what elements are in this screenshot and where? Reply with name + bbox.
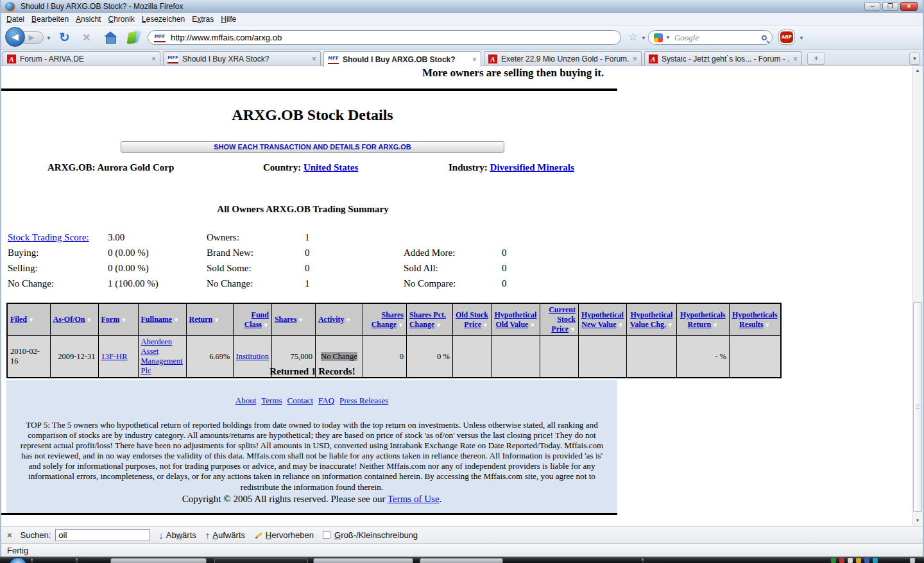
addon-icon[interactable]: [127, 30, 142, 46]
column-header-link[interactable]: Fullname: [141, 315, 173, 324]
menu-ansicht[interactable]: Ansicht: [74, 13, 107, 25]
column-header-form[interactable]: Form▼: [98, 303, 138, 336]
url-text[interactable]: http://www.mffais.com/arxg.ob: [171, 33, 282, 42]
minimize-button[interactable]: –: [864, 2, 880, 11]
footer-link-faq[interactable]: FAQ: [318, 396, 334, 405]
column-header-link[interactable]: Activity: [318, 315, 345, 324]
home-icon[interactable]: [104, 33, 117, 42]
column-header-hypothetical-old-value[interactable]: Hypothetical Old Value▼: [491, 303, 540, 336]
find-previous-icon[interactable]: ↑: [205, 530, 210, 541]
url-bar[interactable]: MFF http://www.mffais.com/arxg.ob: [148, 30, 621, 45]
cell-link[interactable]: 13F-HR: [101, 352, 128, 361]
tray-icon[interactable]: [910, 558, 915, 563]
search-engine-dropdown-icon[interactable]: ▼: [665, 35, 671, 40]
find-next-icon[interactable]: ↓: [158, 530, 164, 541]
column-header-link[interactable]: Hypotheticals Return: [680, 310, 726, 329]
menu-hilfe[interactable]: Hilfe: [219, 13, 242, 25]
country-link[interactable]: United States: [304, 162, 358, 172]
bookmark-dropdown-icon[interactable]: ▼: [641, 35, 646, 41]
footer-link-about[interactable]: About: [235, 396, 257, 405]
highlighter-icon[interactable]: [254, 530, 263, 539]
cell-link[interactable]: Institution: [236, 352, 269, 361]
start-orb[interactable]: [9, 557, 27, 563]
match-case-checkbox[interactable]: [323, 531, 330, 539]
tab-overflow-icon[interactable]: ▼: [909, 53, 920, 65]
tray-grip[interactable]: [642, 558, 644, 562]
scrollbar-thumb[interactable]: [913, 302, 922, 512]
tab-close-icon[interactable]: ×: [793, 55, 798, 63]
menu-lesezeichen[interactable]: Lesezeichen: [141, 13, 191, 25]
taskbar-button[interactable]: [110, 558, 207, 563]
abp-dropdown-icon[interactable]: ▼: [799, 35, 804, 41]
new-tab-button[interactable]: +: [807, 53, 825, 65]
scroll-down-icon[interactable]: ▼: [912, 516, 923, 526]
footer-link-terms[interactable]: Terms: [261, 396, 282, 405]
quicklaunch-grip[interactable]: [76, 558, 78, 562]
reload-icon[interactable]: ↻: [59, 30, 70, 44]
column-header-return[interactable]: Return▼: [186, 303, 233, 336]
column-header-link[interactable]: Return: [189, 315, 213, 324]
highlight-all-button[interactable]: Hervorheben: [266, 530, 314, 540]
taskbar-button[interactable]: [313, 558, 413, 563]
tray-icon[interactable]: [856, 558, 861, 563]
column-header-filed[interactable]: Filed▼: [7, 303, 50, 336]
back-icon[interactable]: ◀: [5, 27, 25, 47]
vertical-scrollbar[interactable]: ▲ ▼: [912, 66, 923, 526]
stop-icon[interactable]: ×: [83, 30, 90, 44]
tab-exeter-22-9-mio-unzen-gold-forum[interactable]: AExeter 22.9 Mio Unzen Gold - Forum...×: [484, 51, 642, 65]
tab-close-icon[interactable]: ×: [312, 55, 316, 63]
scroll-up-icon[interactable]: ▲: [912, 66, 923, 76]
match-case-label[interactable]: Groß-/Kleinschreibung: [334, 530, 418, 540]
taskbar-button[interactable]: [420, 558, 503, 563]
footer-link-contact[interactable]: Contact: [287, 396, 313, 405]
search-input[interactable]: [673, 32, 759, 44]
tab-should-i-buy-arxg-ob-stock[interactable]: MFFShould I Buy ARXG.OB Stock?×: [323, 51, 481, 67]
tab-close-icon[interactable]: ×: [472, 55, 477, 64]
quicklaunch-grip[interactable]: [31, 558, 33, 562]
find-previous-button[interactable]: Aufwärts: [212, 530, 245, 540]
menu-datei[interactable]: Datei: [5, 13, 30, 25]
column-header-hypotheticals-return[interactable]: Hypotheticals Return▼: [676, 303, 729, 336]
column-header-fund-class[interactable]: Fund Class▼: [233, 303, 271, 336]
tab-forum-ariva-de[interactable]: AForum - ARIVA.DE×: [3, 51, 160, 65]
find-input[interactable]: [55, 529, 150, 541]
column-header-shares[interactable]: Shares▼: [271, 303, 315, 336]
adblock-plus-icon[interactable]: ABP: [779, 30, 794, 44]
tab-should-i-buy-xra-stock[interactable]: MFFShould I Buy XRA Stock?×: [163, 51, 321, 65]
column-header-shares-change[interactable]: Shares Change▼: [363, 303, 406, 336]
column-header-hypothetical-value-chg[interactable]: Hypothetical Value Chg.▼: [626, 303, 676, 336]
menu-extras[interactable]: Extras: [191, 13, 219, 25]
tray-icon[interactable]: [864, 558, 869, 563]
column-header-link[interactable]: As-Of/On: [53, 315, 85, 324]
column-header-current-stock-price[interactable]: Current Stock Price▼: [540, 303, 578, 336]
menu-chronik[interactable]: Chronik: [107, 13, 140, 25]
footer-link-press-releases[interactable]: Press Releases: [339, 396, 388, 405]
column-header-hypothetical-new-value[interactable]: Hypothetical New Value▼: [578, 303, 626, 336]
show-transactions-button[interactable]: SHOW EACH TRANSACTION AND DETAILS FOR AR…: [121, 141, 504, 153]
tray-icon[interactable]: [873, 558, 878, 563]
column-header-hypotheticals-results[interactable]: Hypotheticals Results▼: [729, 303, 780, 336]
tray-icon[interactable]: [839, 558, 844, 563]
column-header-link[interactable]: Hypotheticals Results: [732, 310, 778, 329]
tray-icon[interactable]: [831, 558, 836, 563]
column-header-link[interactable]: Hypothetical Value Chg.: [630, 310, 673, 329]
column-header-link[interactable]: Shares: [275, 315, 296, 324]
tab-systaic-jetzt-geht-s-los-forum[interactable]: ASystaic - Jetzt geht`s los... - Forum -…: [644, 51, 802, 65]
column-header-fullname[interactable]: Fullname▼: [138, 303, 186, 336]
find-next-button[interactable]: Abwärts: [166, 530, 196, 540]
column-header-as-of-on[interactable]: As-Of/On▼: [50, 303, 98, 336]
terms-of-use-link[interactable]: Terms of Use: [388, 494, 440, 504]
taskbar-button-active[interactable]: [214, 558, 308, 563]
bookmark-star-icon[interactable]: ☆: [628, 31, 638, 42]
column-header-link[interactable]: Filed: [10, 315, 27, 324]
column-header-activity[interactable]: Activity▼: [315, 303, 363, 336]
stock-trading-score-link[interactable]: Stock Trading Score:: [8, 232, 89, 242]
findbar-close-icon[interactable]: ×: [7, 530, 12, 540]
column-header-shares-pct-change[interactable]: Shares Pct. Change▼: [406, 303, 452, 336]
close-button[interactable]: ×: [900, 2, 918, 11]
back-forward-dropdown-icon[interactable]: ▼: [46, 35, 51, 41]
magnifier-icon[interactable]: [762, 35, 767, 40]
search-box[interactable]: ▼: [648, 30, 773, 45]
tab-close-icon[interactable]: ×: [151, 55, 156, 63]
tray-icon[interactable]: [848, 558, 853, 563]
